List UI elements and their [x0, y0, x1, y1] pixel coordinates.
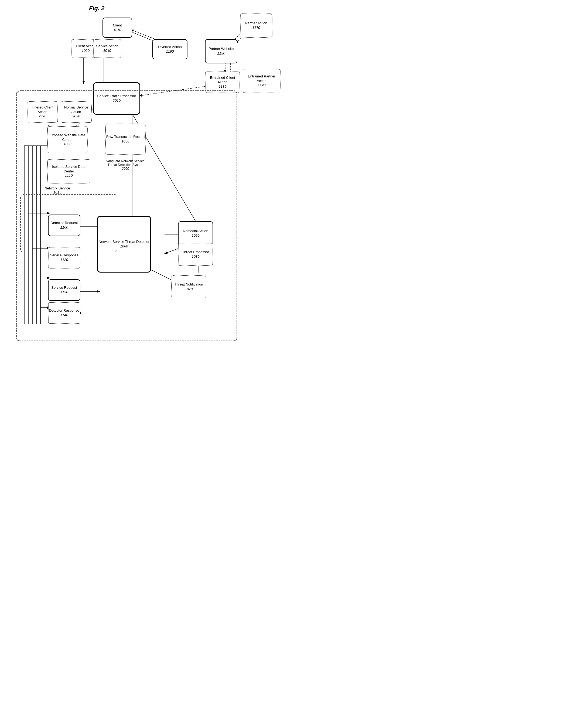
- partner-website-node: Partner Website 1150: [205, 39, 237, 63]
- diverted-action-node: Diverted Action 1160: [152, 39, 187, 59]
- service-action-node: Service Action 1040: [93, 39, 121, 58]
- partner-action-node: Partner Action 1170: [240, 14, 272, 38]
- diagram: Fig. 2: [0, 0, 294, 358]
- entrained-client-action-node: Entrained Client Action 1180: [205, 71, 240, 93]
- entrained-partner-action-node: Entrained Partner Action 1190: [243, 69, 280, 93]
- client-node: Client 1010: [103, 18, 132, 38]
- network-service-boundary: [20, 194, 117, 252]
- fig-title: Fig. 2: [89, 5, 104, 12]
